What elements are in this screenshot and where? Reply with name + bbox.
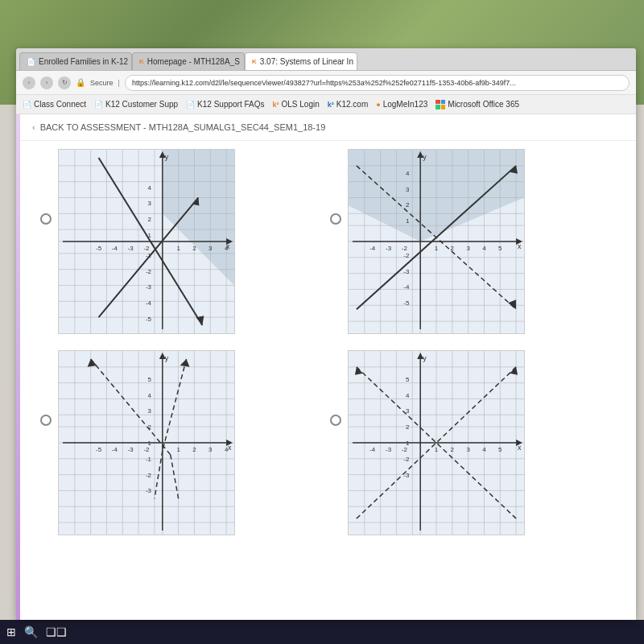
graph-1[interactable]: y x 4 3 2 1 -1 -2 -3 -4 -5 — [58, 149, 235, 334]
svg-text:-3: -3 — [386, 245, 392, 252]
tab-icon-1: 📄 — [27, 58, 35, 66]
page-content: ‹ BACK TO ASSESSMENT - MTH128A_SUMALG1_S… — [16, 114, 636, 620]
bookmark-k12-faqs[interactable]: 📄 K12 Support FAQs — [186, 100, 264, 109]
tab-icon-2: K — [139, 58, 144, 65]
svg-text:-2: -2 — [402, 446, 407, 453]
tab-systems-linear[interactable]: K 3.07: Systems of Linear In × — [245, 52, 357, 70]
back-to-assessment-bar[interactable]: ‹ BACK TO ASSESSMENT - MTH128A_SUMALG1_S… — [16, 114, 636, 141]
start-button[interactable]: ⊞ — [6, 625, 16, 638]
graph-svg-1: y x 4 3 2 1 -1 -2 -3 -4 -5 — [59, 150, 234, 333]
bookmark-ols-login[interactable]: k² OLS Login — [272, 100, 319, 109]
svg-text:-3: -3 — [146, 487, 152, 494]
svg-text:-2: -2 — [402, 245, 407, 252]
bookmark-logmein[interactable]: ● LogMeIn123 — [376, 100, 427, 109]
svg-text:1: 1 — [176, 446, 180, 453]
bookmark-label-k12-customer: K12 Customer Supp — [105, 100, 178, 109]
svg-text:4: 4 — [148, 392, 152, 399]
graph-item-1: y x 4 3 2 1 -1 -2 -3 -4 -5 — [40, 149, 314, 334]
forward-nav-button[interactable]: › — [40, 76, 53, 89]
bookmark-label-ols: OLS Login — [282, 100, 320, 109]
svg-marker-98 — [508, 299, 516, 309]
svg-text:2: 2 — [148, 216, 151, 223]
svg-marker-0 — [163, 150, 234, 285]
bookmark-class-connect[interactable]: 📄 Class Connect — [23, 100, 86, 109]
bookmark-label-k12-faqs: K12 Support FAQs — [197, 100, 264, 109]
svg-text:5: 5 — [498, 446, 502, 453]
bookmark-label-office365: Microsoft Office 365 — [448, 100, 519, 109]
svg-text:-3: -3 — [128, 446, 134, 453]
back-to-assessment-label: BACK TO ASSESSMENT - MTH128A_SUMALG1_SEC… — [40, 122, 326, 132]
svg-text:-3: -3 — [386, 446, 392, 453]
svg-text:3: 3 — [148, 200, 152, 207]
tab-homepage[interactable]: K Homepage - MTH128A_S × — [132, 52, 245, 70]
refresh-button[interactable]: ↻ — [58, 76, 71, 89]
graph-4[interactable]: y x 5 4 3 2 1 -2 -3 -4 -3 — [348, 350, 525, 535]
svg-text:y: y — [423, 153, 427, 161]
svg-text:-2: -2 — [143, 245, 149, 252]
graph-3[interactable]: y x 5 4 3 2 1 -1 -2 -3 -5 — [58, 350, 235, 535]
svg-text:-4: -4 — [369, 245, 376, 252]
svg-text:y: y — [165, 354, 169, 362]
graph-item-3: y x 5 4 3 2 1 -1 -2 -3 -5 — [40, 350, 314, 535]
secure-label: Secure — [90, 79, 114, 87]
svg-text:4: 4 — [225, 446, 229, 453]
svg-text:-5: -5 — [96, 245, 102, 252]
separator: | — [118, 79, 120, 87]
svg-text:-3: -3 — [146, 283, 152, 291]
svg-text:x: x — [518, 242, 522, 250]
url-input[interactable] — [125, 75, 630, 91]
svg-text:3: 3 — [148, 407, 152, 415]
graph-2[interactable]: y x 4 3 2 1 -2 -3 -4 -5 -4 — [348, 149, 525, 334]
radio-button-2[interactable] — [330, 213, 341, 225]
bookmark-icon-logmein: ● — [376, 101, 380, 109]
browser-window: 📄 Enrolled Families in K-12 × K Homepage… — [16, 48, 636, 620]
svg-text:-2: -2 — [146, 268, 151, 275]
svg-text:-4: -4 — [146, 299, 152, 307]
tab-label-3: 3.07: Systems of Linear In — [260, 57, 353, 66]
search-button[interactable]: 🔍 — [24, 625, 38, 638]
svg-text:-2: -2 — [403, 252, 409, 259]
svg-text:4: 4 — [406, 392, 410, 399]
svg-text:5: 5 — [498, 245, 502, 252]
graph-svg-3: y x 5 4 3 2 1 -1 -2 -3 -5 — [59, 351, 234, 535]
svg-text:-4: -4 — [112, 245, 118, 252]
bookmark-icon-class-connect: 📄 — [23, 101, 31, 109]
bookmarks-bar: 📄 Class Connect 📄 K12 Customer Supp 📄 K1… — [16, 95, 636, 114]
question-area: y x 4 3 2 1 -1 -2 -3 -4 -5 — [16, 141, 636, 543]
graphs-grid: y x 4 3 2 1 -1 -2 -3 -4 -5 — [32, 149, 612, 535]
radio-button-1[interactable] — [40, 213, 52, 225]
svg-text:-3: -3 — [128, 245, 134, 252]
svg-text:3: 3 — [208, 245, 213, 252]
svg-text:x: x — [228, 444, 232, 452]
tab-label-1: Enrolled Families in K-12 — [39, 57, 128, 66]
back-nav-button[interactable]: ‹ — [23, 76, 35, 89]
svg-marker-47 — [196, 316, 204, 325]
svg-text:3: 3 — [406, 186, 410, 193]
tab-enrolled-families[interactable]: 📄 Enrolled Families in K-12 × — [19, 52, 132, 70]
svg-text:x: x — [518, 444, 522, 452]
svg-marker-146 — [180, 359, 190, 367]
tab-icon-3: K — [252, 58, 257, 65]
radio-button-3[interactable] — [40, 415, 52, 426]
svg-text:2: 2 — [406, 201, 409, 208]
svg-text:5: 5 — [406, 376, 410, 383]
svg-line-145 — [163, 359, 187, 451]
svg-text:2: 2 — [192, 446, 196, 453]
bookmark-k12-customer[interactable]: 📄 K12 Customer Supp — [94, 100, 178, 109]
svg-text:1: 1 — [176, 245, 180, 252]
bookmark-office365[interactable]: Microsoft Office 365 — [436, 100, 519, 109]
svg-text:-3: -3 — [403, 268, 410, 275]
tab-label-2: Homepage - MTH128A_S — [147, 57, 240, 66]
address-bar: ‹ › ↻ 🔒 Secure | — [16, 71, 636, 95]
svg-marker-193 — [355, 367, 363, 375]
bookmark-icon-office365 — [436, 100, 445, 109]
bookmark-icon-k12com: k² — [328, 101, 334, 109]
radio-button-4[interactable] — [330, 415, 341, 426]
task-view-button[interactable]: ❑❑ — [46, 625, 67, 638]
graph-svg-4: y x 5 4 3 2 1 -2 -3 -4 -3 — [349, 351, 524, 535]
tab-bar: 📄 Enrolled Families in K-12 × K Homepage… — [16, 48, 636, 71]
svg-text:-5: -5 — [96, 446, 102, 453]
svg-text:3: 3 — [466, 245, 470, 252]
bookmark-k12com[interactable]: k² K12.com — [328, 100, 368, 109]
svg-text:1: 1 — [406, 217, 410, 225]
